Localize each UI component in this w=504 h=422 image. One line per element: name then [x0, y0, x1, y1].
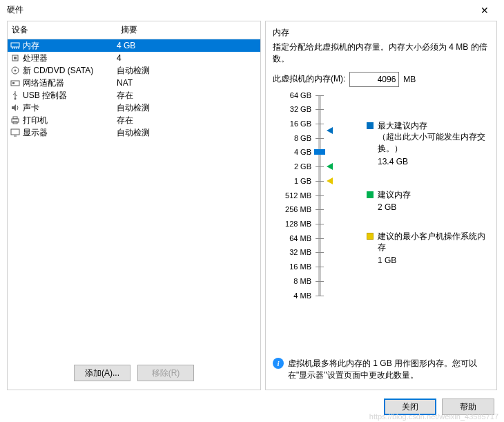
slider-tick: 16 GB [290, 119, 311, 128]
device-summary: 自动检测 [117, 102, 259, 114]
slider-tick: 8 GB [294, 134, 311, 142]
legend-min-title: 建议的最小客户机操作系统内存 [378, 231, 491, 254]
device-label: 打印机 [23, 115, 117, 126]
nic-icon [9, 77, 21, 88]
legend-rec-title: 建议内存 [378, 189, 411, 201]
memory-input[interactable] [349, 72, 399, 87]
help-button[interactable]: 帮助 [442, 399, 494, 415]
memory-panel: 内存 指定分配给此虚拟机的内存量。内存大小必须为 4 MB 的倍数。 此虚拟机的… [265, 21, 497, 390]
device-row[interactable]: 网络适配器NAT [8, 77, 260, 89]
device-row[interactable]: 新 CD/DVD (SATA)自动检测 [8, 64, 260, 77]
svg-rect-13 [13, 117, 17, 119]
close-button[interactable]: 关闭 [384, 399, 436, 415]
device-label: USB 控制器 [23, 90, 117, 102]
svg-rect-9 [11, 81, 19, 86]
memory-slider[interactable]: 64 GB32 GB16 GB8 GB4 GB2 GB1 GB512 MB256… [278, 95, 490, 303]
device-label: 内存 [23, 40, 117, 52]
device-row[interactable]: 声卡自动检测 [8, 102, 260, 114]
device-label: 处理器 [23, 52, 117, 64]
slider-tick: 1 GB [294, 177, 311, 185]
slider-tick: 512 MB [285, 191, 311, 200]
device-summary: 存在 [117, 115, 259, 126]
svg-rect-6 [14, 57, 17, 59]
device-label: 新 CD/DVD (SATA) [23, 65, 117, 77]
device-row[interactable]: USB 控制器存在 [8, 89, 260, 102]
device-table-header: 设备 摘要 [8, 21, 260, 39]
device-summary: 自动检测 [117, 127, 259, 139]
device-summary: 4 [117, 53, 259, 63]
slider-tick: 4 GB [294, 148, 311, 156]
triangle-rec-icon [327, 163, 333, 170]
slider-tick: 4 MB [293, 291, 311, 300]
device-summary: 存在 [117, 90, 259, 102]
slider-tick: 8 MB [293, 277, 311, 285]
memory-desc: 指定分配给此虚拟机的内存量。内存大小必须为 4 MB 的倍数。 [273, 41, 490, 65]
cpu-icon [9, 52, 21, 64]
device-panel: 设备 摘要 内存4 GB处理器4新 CD/DVD (SATA)自动检测网络适配器… [7, 21, 261, 390]
svg-rect-0 [11, 43, 19, 47]
legend-rec-value: 2 GB [378, 202, 411, 213]
device-row[interactable]: 处理器4 [8, 52, 260, 64]
legend-min-value: 1 GB [378, 255, 491, 267]
header-summary: 摘要 [117, 21, 260, 39]
svg-rect-15 [11, 129, 19, 135]
device-row[interactable]: 打印机存在 [8, 114, 260, 126]
square-icon-blue [367, 122, 374, 129]
memory-field-label: 此虚拟机的内存(M): [273, 73, 345, 85]
remove-button[interactable]: 移除(R) [137, 365, 194, 381]
device-summary: NAT [117, 78, 259, 88]
info-icon: i [273, 358, 284, 369]
memory-icon [9, 40, 21, 51]
triangle-max-icon [327, 127, 333, 134]
slider-tick: 16 MB [289, 262, 311, 271]
triangle-min-icon [327, 178, 333, 184]
slider-tick: 64 MB [289, 234, 311, 242]
legend-max-value: 13.4 GB [378, 156, 491, 168]
printer-icon [9, 115, 21, 126]
usb-icon [9, 90, 21, 101]
slider-tick: 32 MB [289, 248, 311, 256]
device-label: 网络适配器 [23, 77, 117, 89]
slider-tick: 128 MB [285, 220, 311, 228]
display-icon [9, 127, 21, 138]
header-device: 设备 [8, 21, 117, 39]
slider-tick: 2 GB [294, 162, 311, 171]
memory-section-title: 内存 [273, 27, 490, 39]
close-icon[interactable]: ✕ [471, 5, 498, 16]
legend-max-note: （超出此大小可能发生内存交换。） [378, 131, 491, 155]
device-summary: 自动检测 [117, 65, 259, 77]
memory-info-text: 虚拟机最多将此内存的 1 GB 用作图形内存。您可以在"显示器"设置页面中更改此… [288, 358, 490, 381]
device-label: 声卡 [23, 102, 117, 114]
device-row[interactable]: 内存4 GB [8, 39, 260, 52]
add-button[interactable]: 添加(A)... [74, 365, 130, 381]
device-row[interactable]: 显示器自动检测 [8, 126, 260, 139]
memory-unit: MB [403, 75, 416, 84]
svg-rect-10 [12, 82, 14, 84]
device-summary: 4 GB [117, 41, 259, 50]
sound-icon [9, 102, 21, 113]
legend-max-title: 最大建议内存 [378, 120, 491, 132]
slider-tick: 64 GB [290, 91, 311, 99]
slider-tick: 32 GB [290, 105, 311, 113]
window-title: 硬件 [7, 4, 23, 16]
disc-icon [9, 65, 21, 76]
svg-point-11 [14, 98, 17, 100]
device-label: 显示器 [23, 127, 117, 139]
square-icon-yellow [367, 233, 374, 240]
slider-tick: 256 MB [285, 205, 311, 213]
svg-point-8 [14, 70, 17, 72]
slider-thumb[interactable] [314, 149, 325, 155]
square-icon-green [367, 191, 374, 198]
